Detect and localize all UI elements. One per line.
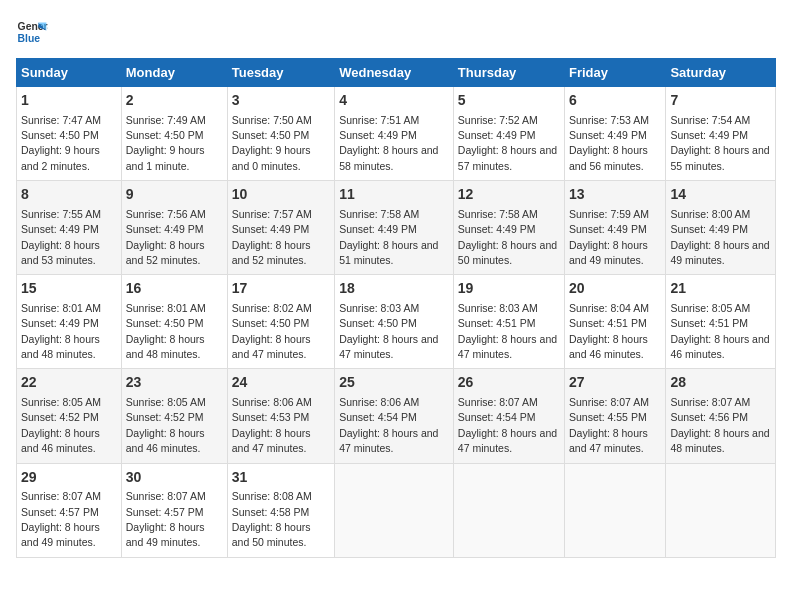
sunrise-info: Sunrise: 8:02 AMSunset: 4:50 PMDaylight:… — [232, 302, 312, 360]
header-wednesday: Wednesday — [335, 59, 454, 87]
sunrise-info: Sunrise: 7:49 AMSunset: 4:50 PMDaylight:… — [126, 114, 206, 172]
sunrise-info: Sunrise: 8:01 AMSunset: 4:49 PMDaylight:… — [21, 302, 101, 360]
calendar-cell: 16Sunrise: 8:01 AMSunset: 4:50 PMDayligh… — [121, 275, 227, 369]
day-number: 3 — [232, 91, 330, 111]
day-number: 23 — [126, 373, 223, 393]
day-number: 31 — [232, 468, 330, 488]
calendar-cell: 4Sunrise: 7:51 AMSunset: 4:49 PMDaylight… — [335, 87, 454, 181]
header-sunday: Sunday — [17, 59, 122, 87]
calendar-cell: 13Sunrise: 7:59 AMSunset: 4:49 PMDayligh… — [565, 181, 666, 275]
svg-text:Blue: Blue — [18, 33, 41, 44]
calendar-week-row: 22Sunrise: 8:05 AMSunset: 4:52 PMDayligh… — [17, 369, 776, 463]
calendar-cell: 31Sunrise: 8:08 AMSunset: 4:58 PMDayligh… — [227, 463, 334, 557]
sunrise-info: Sunrise: 8:04 AMSunset: 4:51 PMDaylight:… — [569, 302, 649, 360]
calendar-week-row: 15Sunrise: 8:01 AMSunset: 4:49 PMDayligh… — [17, 275, 776, 369]
day-number: 8 — [21, 185, 117, 205]
sunrise-info: Sunrise: 7:54 AMSunset: 4:49 PMDaylight:… — [670, 114, 769, 172]
sunrise-info: Sunrise: 8:07 AMSunset: 4:57 PMDaylight:… — [21, 490, 101, 548]
sunrise-info: Sunrise: 8:07 AMSunset: 4:55 PMDaylight:… — [569, 396, 649, 454]
header: General Blue — [16, 16, 776, 48]
day-number: 20 — [569, 279, 661, 299]
calendar-cell: 28Sunrise: 8:07 AMSunset: 4:56 PMDayligh… — [666, 369, 776, 463]
calendar-cell: 9Sunrise: 7:56 AMSunset: 4:49 PMDaylight… — [121, 181, 227, 275]
sunrise-info: Sunrise: 8:03 AMSunset: 4:50 PMDaylight:… — [339, 302, 438, 360]
calendar-cell: 24Sunrise: 8:06 AMSunset: 4:53 PMDayligh… — [227, 369, 334, 463]
sunrise-info: Sunrise: 8:06 AMSunset: 4:54 PMDaylight:… — [339, 396, 438, 454]
logo-icon: General Blue — [16, 16, 48, 48]
calendar-cell: 2Sunrise: 7:49 AMSunset: 4:50 PMDaylight… — [121, 87, 227, 181]
calendar-cell: 29Sunrise: 8:07 AMSunset: 4:57 PMDayligh… — [17, 463, 122, 557]
sunrise-info: Sunrise: 7:47 AMSunset: 4:50 PMDaylight:… — [21, 114, 101, 172]
calendar-cell: 25Sunrise: 8:06 AMSunset: 4:54 PMDayligh… — [335, 369, 454, 463]
sunrise-info: Sunrise: 7:50 AMSunset: 4:50 PMDaylight:… — [232, 114, 312, 172]
calendar-cell: 30Sunrise: 8:07 AMSunset: 4:57 PMDayligh… — [121, 463, 227, 557]
sunrise-info: Sunrise: 8:06 AMSunset: 4:53 PMDaylight:… — [232, 396, 312, 454]
day-number: 16 — [126, 279, 223, 299]
logo: General Blue — [16, 16, 52, 48]
day-number: 18 — [339, 279, 449, 299]
day-number: 11 — [339, 185, 449, 205]
sunrise-info: Sunrise: 7:52 AMSunset: 4:49 PMDaylight:… — [458, 114, 557, 172]
calendar-cell: 27Sunrise: 8:07 AMSunset: 4:55 PMDayligh… — [565, 369, 666, 463]
header-saturday: Saturday — [666, 59, 776, 87]
day-number: 29 — [21, 468, 117, 488]
header-thursday: Thursday — [453, 59, 564, 87]
sunrise-info: Sunrise: 8:03 AMSunset: 4:51 PMDaylight:… — [458, 302, 557, 360]
sunrise-info: Sunrise: 7:58 AMSunset: 4:49 PMDaylight:… — [458, 208, 557, 266]
calendar-cell: 22Sunrise: 8:05 AMSunset: 4:52 PMDayligh… — [17, 369, 122, 463]
day-number: 4 — [339, 91, 449, 111]
calendar-cell: 21Sunrise: 8:05 AMSunset: 4:51 PMDayligh… — [666, 275, 776, 369]
day-number: 14 — [670, 185, 771, 205]
calendar-cell: 18Sunrise: 8:03 AMSunset: 4:50 PMDayligh… — [335, 275, 454, 369]
calendar-cell: 19Sunrise: 8:03 AMSunset: 4:51 PMDayligh… — [453, 275, 564, 369]
day-number: 1 — [21, 91, 117, 111]
day-number: 19 — [458, 279, 560, 299]
day-number: 26 — [458, 373, 560, 393]
calendar-cell: 15Sunrise: 8:01 AMSunset: 4:49 PMDayligh… — [17, 275, 122, 369]
calendar-cell: 23Sunrise: 8:05 AMSunset: 4:52 PMDayligh… — [121, 369, 227, 463]
calendar-table: SundayMondayTuesdayWednesdayThursdayFrid… — [16, 58, 776, 558]
header-monday: Monday — [121, 59, 227, 87]
calendar-cell — [453, 463, 564, 557]
day-number: 10 — [232, 185, 330, 205]
day-number: 6 — [569, 91, 661, 111]
calendar-cell: 1Sunrise: 7:47 AMSunset: 4:50 PMDaylight… — [17, 87, 122, 181]
calendar-week-row: 8Sunrise: 7:55 AMSunset: 4:49 PMDaylight… — [17, 181, 776, 275]
calendar-cell: 8Sunrise: 7:55 AMSunset: 4:49 PMDaylight… — [17, 181, 122, 275]
header-tuesday: Tuesday — [227, 59, 334, 87]
calendar-cell: 20Sunrise: 8:04 AMSunset: 4:51 PMDayligh… — [565, 275, 666, 369]
calendar-cell: 12Sunrise: 7:58 AMSunset: 4:49 PMDayligh… — [453, 181, 564, 275]
sunrise-info: Sunrise: 8:05 AMSunset: 4:51 PMDaylight:… — [670, 302, 769, 360]
sunrise-info: Sunrise: 8:05 AMSunset: 4:52 PMDaylight:… — [126, 396, 206, 454]
sunrise-info: Sunrise: 8:05 AMSunset: 4:52 PMDaylight:… — [21, 396, 101, 454]
calendar-cell — [666, 463, 776, 557]
sunrise-info: Sunrise: 8:07 AMSunset: 4:57 PMDaylight:… — [126, 490, 206, 548]
calendar-cell: 17Sunrise: 8:02 AMSunset: 4:50 PMDayligh… — [227, 275, 334, 369]
calendar-week-row: 1Sunrise: 7:47 AMSunset: 4:50 PMDaylight… — [17, 87, 776, 181]
calendar-cell: 11Sunrise: 7:58 AMSunset: 4:49 PMDayligh… — [335, 181, 454, 275]
day-number: 27 — [569, 373, 661, 393]
day-number: 7 — [670, 91, 771, 111]
day-number: 30 — [126, 468, 223, 488]
sunrise-info: Sunrise: 7:53 AMSunset: 4:49 PMDaylight:… — [569, 114, 649, 172]
sunrise-info: Sunrise: 8:00 AMSunset: 4:49 PMDaylight:… — [670, 208, 769, 266]
calendar-cell: 10Sunrise: 7:57 AMSunset: 4:49 PMDayligh… — [227, 181, 334, 275]
calendar-header-row: SundayMondayTuesdayWednesdayThursdayFrid… — [17, 59, 776, 87]
calendar-cell: 7Sunrise: 7:54 AMSunset: 4:49 PMDaylight… — [666, 87, 776, 181]
sunrise-info: Sunrise: 7:59 AMSunset: 4:49 PMDaylight:… — [569, 208, 649, 266]
calendar-cell: 5Sunrise: 7:52 AMSunset: 4:49 PMDaylight… — [453, 87, 564, 181]
day-number: 5 — [458, 91, 560, 111]
sunrise-info: Sunrise: 7:51 AMSunset: 4:49 PMDaylight:… — [339, 114, 438, 172]
calendar-cell — [565, 463, 666, 557]
day-number: 17 — [232, 279, 330, 299]
day-number: 28 — [670, 373, 771, 393]
header-friday: Friday — [565, 59, 666, 87]
day-number: 2 — [126, 91, 223, 111]
sunrise-info: Sunrise: 7:58 AMSunset: 4:49 PMDaylight:… — [339, 208, 438, 266]
calendar-cell: 26Sunrise: 8:07 AMSunset: 4:54 PMDayligh… — [453, 369, 564, 463]
sunrise-info: Sunrise: 7:55 AMSunset: 4:49 PMDaylight:… — [21, 208, 101, 266]
day-number: 15 — [21, 279, 117, 299]
sunrise-info: Sunrise: 8:07 AMSunset: 4:54 PMDaylight:… — [458, 396, 557, 454]
calendar-cell: 6Sunrise: 7:53 AMSunset: 4:49 PMDaylight… — [565, 87, 666, 181]
calendar-cell: 3Sunrise: 7:50 AMSunset: 4:50 PMDaylight… — [227, 87, 334, 181]
